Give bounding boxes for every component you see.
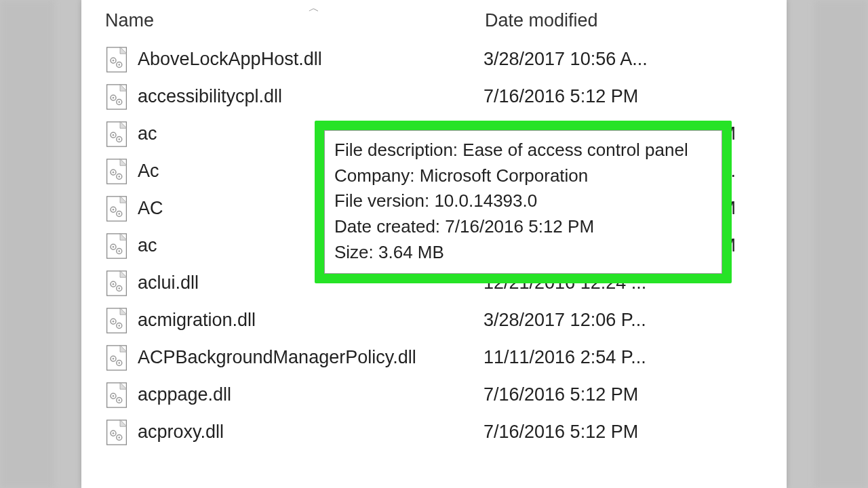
file-name: acmigration.dll <box>138 310 484 331</box>
dll-file-icon <box>106 84 127 110</box>
file-date: 11/11/2016 2:54 P... <box>484 347 763 368</box>
file-date: 7/16/2016 5:12 PM <box>484 422 763 443</box>
dll-file-icon <box>106 345 127 371</box>
dll-file-icon <box>106 382 127 408</box>
dll-file-icon <box>106 233 127 259</box>
file-row[interactable]: AboveLockAppHost.dll 3/28/2017 10:56 A..… <box>105 41 763 78</box>
svg-point-33 <box>113 283 115 285</box>
file-name: acproxy.dll <box>138 422 484 443</box>
svg-point-8 <box>113 97 115 99</box>
file-properties-tooltip: File description: Ease of access control… <box>324 130 722 274</box>
svg-point-48 <box>113 395 115 397</box>
file-name: ACPBackgroundManagerPolicy.dll <box>138 347 484 368</box>
svg-point-39 <box>119 325 121 327</box>
file-row[interactable]: acproxy.dll 7/16/2016 5:12 PM <box>105 413 763 451</box>
dll-file-icon <box>106 121 127 147</box>
dll-file-icon <box>106 196 127 222</box>
file-row[interactable]: acmigration.dll 3/28/2017 12:06 P... <box>105 302 763 339</box>
svg-point-28 <box>113 246 115 248</box>
file-date: 7/16/2016 5:12 PM <box>484 384 763 405</box>
tooltip-company: Company: Microsoft Corporation <box>334 163 712 189</box>
file-row[interactable]: acppage.dll 7/16/2016 5:12 PM <box>105 376 763 413</box>
tooltip-file-description: File description: Ease of access control… <box>334 138 712 163</box>
tooltip-date-created: Date created: 7/16/2016 5:12 PM <box>334 214 712 240</box>
tooltip-highlight-box: File description: Ease of access control… <box>315 121 732 283</box>
svg-point-13 <box>113 134 115 136</box>
svg-point-34 <box>119 287 121 289</box>
file-date: 7/16/2016 5:12 PM <box>484 86 763 107</box>
column-header-name[interactable]: Name <box>105 10 485 31</box>
svg-point-49 <box>119 399 121 401</box>
tooltip-size: Size: 3.64 MB <box>334 240 712 266</box>
svg-point-3 <box>113 60 115 62</box>
file-name: acppage.dll <box>138 384 484 405</box>
dll-file-icon <box>106 159 127 184</box>
file-explorer-panel: ︿ Name Date modified AboveLockAppHost.dl… <box>81 0 787 488</box>
blur-edge-right <box>814 0 868 488</box>
blur-edge-left <box>0 0 54 488</box>
file-date: 3/28/2017 12:06 P... <box>484 310 763 331</box>
svg-point-19 <box>119 176 121 178</box>
tooltip-file-version: File version: 10.0.14393.0 <box>334 188 712 214</box>
svg-point-9 <box>119 101 121 103</box>
svg-point-38 <box>113 321 115 323</box>
svg-point-29 <box>119 250 121 252</box>
svg-point-44 <box>119 362 121 364</box>
svg-point-14 <box>119 138 121 140</box>
file-row[interactable]: ACPBackgroundManagerPolicy.dll 11/11/201… <box>105 339 763 376</box>
svg-point-23 <box>113 209 115 211</box>
column-header-date[interactable]: Date modified <box>485 10 763 31</box>
column-headers: ︿ Name Date modified <box>81 0 787 41</box>
svg-point-4 <box>119 64 121 66</box>
sort-ascending-icon[interactable]: ︿ <box>309 1 319 16</box>
svg-point-43 <box>113 358 115 360</box>
file-row[interactable]: accessibilitycpl.dll 7/16/2016 5:12 PM <box>105 78 763 115</box>
svg-point-54 <box>119 436 121 439</box>
dll-file-icon <box>106 270 127 296</box>
svg-point-18 <box>113 171 115 174</box>
file-name: accessibilitycpl.dll <box>138 86 484 107</box>
file-name: AboveLockAppHost.dll <box>138 49 484 70</box>
file-date: 3/28/2017 10:56 A... <box>484 49 763 70</box>
dll-file-icon <box>106 308 127 333</box>
svg-point-24 <box>119 213 121 215</box>
dll-file-icon <box>106 47 127 73</box>
svg-point-53 <box>113 432 115 434</box>
dll-file-icon <box>106 420 127 445</box>
